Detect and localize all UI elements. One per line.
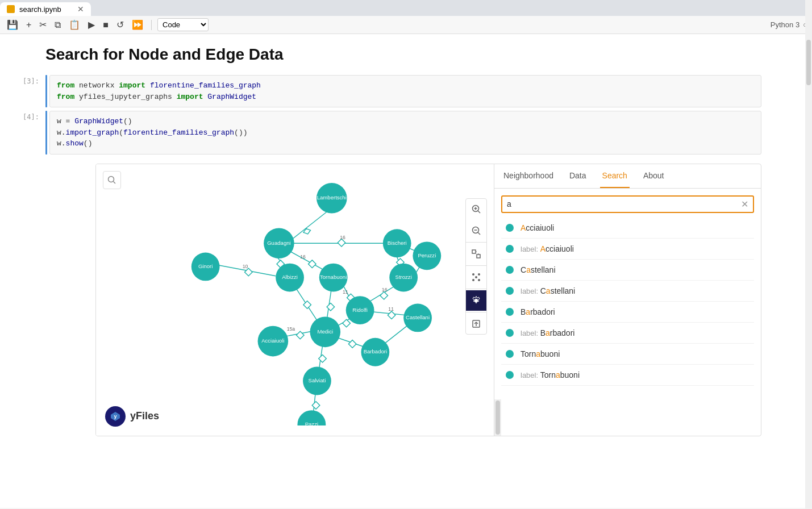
scrollbar-thumb [495, 400, 500, 435]
svg-text:Castellani: Castellani [406, 314, 430, 320]
node-medici[interactable]: Medici [310, 316, 340, 347]
result-tornabuoni-label[interactable]: label: Tornabuoni [501, 365, 754, 386]
svg-text:Peruzzi: Peruzzi [418, 252, 436, 258]
result-dot [506, 245, 514, 253]
svg-text:16: 16 [340, 234, 345, 240]
node-castellani[interactable]: Castellani [403, 303, 432, 332]
node-guadagni[interactable]: Guadagni [264, 228, 294, 258]
cell-content-3[interactable]: from networkx import florentine_families… [49, 75, 761, 107]
result-text: label: Acciaiuoli [520, 244, 574, 253]
zoom-in-tool[interactable] [466, 199, 486, 219]
tab-search[interactable]: Search [600, 164, 630, 188]
settings-tool[interactable] [466, 290, 486, 311]
svg-text:Bischeri: Bischeri [388, 239, 407, 245]
result-castellani-label[interactable]: label: Castellani [501, 281, 754, 302]
result-barbadori-label[interactable]: label: Barbadori [501, 323, 754, 344]
yfiles-logo: y yFiles [105, 406, 159, 427]
result-tornabuoni-node[interactable]: Tornabuoni [501, 344, 754, 365]
result-text: Castellani [520, 265, 556, 274]
node-lambertschi[interactable]: Lambertschi [317, 182, 347, 213]
result-dot [506, 308, 514, 316]
svg-text:Ridolfi: Ridolfi [352, 306, 368, 312]
svg-point-85 [472, 273, 474, 276]
run-all-button[interactable]: ⏩ [130, 18, 145, 31]
label-prefix: label: [520, 245, 540, 253]
svg-text:Acciaiuoli: Acciaiuoli [261, 337, 284, 344]
node-barbadori[interactable]: Barbadori [361, 337, 389, 366]
cell-type-select[interactable]: Code Markdown [157, 18, 209, 31]
cell-number-4: [4]: [23, 111, 45, 155]
active-tab[interactable]: search.ipynb ✕ [0, 2, 91, 16]
node-bischeri[interactable]: Bischeri [383, 229, 411, 257]
node-strozzi[interactable]: Strozzi [389, 263, 418, 291]
node-ginori[interactable]: Ginori [191, 252, 220, 281]
tool-divider-3 [466, 289, 486, 289]
fit-tool[interactable] [466, 244, 486, 264]
yfiles-label: yFiles [130, 410, 159, 422]
cut-button[interactable]: ✂ [37, 18, 49, 31]
graph-canvas[interactable]: 16 16 16 [96, 164, 494, 436]
stop-button[interactable]: ■ [101, 19, 111, 31]
highlight: a [556, 370, 560, 379]
add-cell-button[interactable]: + [24, 19, 34, 31]
svg-rect-16 [380, 291, 388, 299]
tab-neighborhood[interactable]: Neighborhood [501, 164, 556, 188]
svg-line-75 [478, 211, 480, 213]
node-tornabuoni[interactable]: Tornabuoni [319, 263, 348, 291]
browser-chrome: search.ipynb ✕ [0, 0, 812, 16]
result-castellani-node[interactable]: Castellani [501, 260, 754, 281]
svg-rect-35 [348, 340, 356, 348]
panel-scrollbar[interactable] [494, 399, 501, 436]
svg-line-1 [114, 181, 116, 183]
run-button[interactable]: ▶ [86, 18, 97, 31]
svg-point-87 [472, 279, 474, 281]
copy-button[interactable]: ⧉ [52, 19, 63, 31]
search-input[interactable] [507, 199, 741, 208]
result-barbadori-node[interactable]: Barbadori [501, 302, 754, 323]
svg-rect-25 [388, 311, 395, 319]
paste-button[interactable]: 📋 [66, 18, 82, 31]
notebook: Search for Node and Edge Data [3]: from … [0, 34, 812, 508]
svg-text:Ginori: Ginori [198, 262, 213, 269]
svg-rect-32 [296, 331, 304, 339]
tab-data[interactable]: Data [567, 164, 589, 188]
restart-button[interactable]: ↺ [114, 18, 126, 31]
toolbar-divider [151, 20, 152, 30]
search-clear-button[interactable]: ✕ [741, 199, 748, 210]
highlight: A [520, 223, 526, 232]
node-salviati[interactable]: Salviati [303, 366, 331, 395]
node-ridolfi[interactable]: Ridolfi [346, 296, 374, 324]
cell-content-4[interactable]: w = GraphWidget() w.import_graph(florent… [49, 111, 761, 155]
page-scrollbar-thumb [806, 40, 811, 85]
tab-about[interactable]: About [641, 164, 667, 188]
result-acciaiuoli-node[interactable]: Acciaiuoli [501, 218, 754, 239]
tool-divider-1 [466, 242, 486, 243]
svg-rect-7 [309, 260, 317, 268]
result-acciaiuoli-label[interactable]: label: Acciaiuoli [501, 239, 754, 260]
notebook-toolbar: 💾 + ✂ ⧉ 📋 ▶ ■ ↺ ⏩ Code Markdown Python 3… [0, 16, 812, 34]
export-tool[interactable] [466, 314, 486, 334]
layout-tool[interactable] [466, 267, 486, 287]
svg-text:16: 16 [382, 286, 388, 292]
node-acciaiuoli[interactable]: Acciaiuoli [258, 326, 289, 356]
save-button[interactable]: 💾 [5, 18, 20, 31]
yfiles-icon-svg: y [109, 410, 122, 423]
graph-svg: 16 16 16 [96, 164, 494, 431]
svg-text:Salviati: Salviati [309, 377, 326, 383]
node-pazzi[interactable]: Pazzi [297, 410, 326, 431]
tab-bar: search.ipynb ✕ [0, 0, 812, 16]
graph-search-button[interactable] [103, 171, 121, 189]
result-text: Barbadori [520, 307, 555, 316]
page-scrollbar[interactable] [805, 0, 812, 508]
tab-close-button[interactable]: ✕ [77, 5, 84, 14]
zoom-out-tool[interactable] [466, 220, 486, 241]
kernel-label: Python 3 [771, 20, 799, 29]
svg-text:Guadagni: Guadagni [267, 239, 290, 245]
result-text: label: Tornabuoni [520, 370, 580, 379]
result-dot [506, 371, 514, 379]
tab-icon [7, 5, 15, 13]
svg-text:Lambertschi: Lambertschi [317, 194, 347, 201]
node-albizzi[interactable]: Albizzi [276, 263, 304, 291]
svg-point-89 [475, 276, 477, 278]
node-peruzzi[interactable]: Peruzzi [413, 241, 441, 270]
